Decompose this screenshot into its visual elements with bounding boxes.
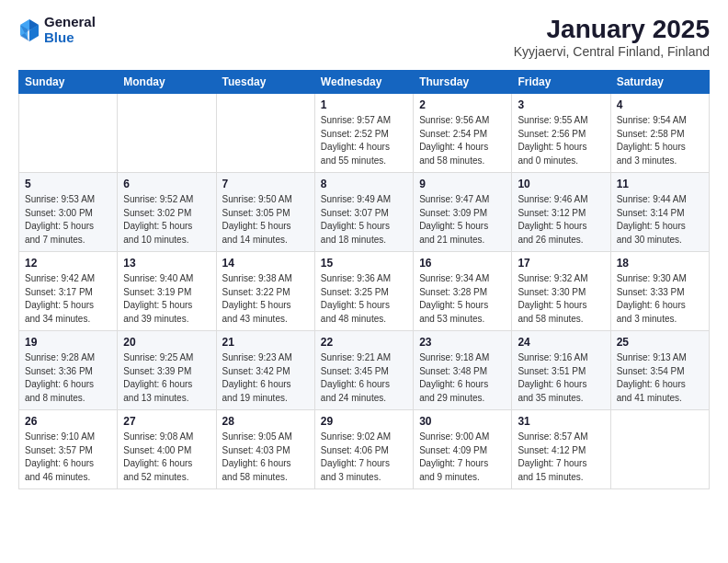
day-number: 26: [25, 415, 111, 428]
day-info: Sunrise: 9:25 AM Sunset: 3:39 PM Dayligh…: [123, 351, 210, 405]
day-info: Sunrise: 9:57 AM Sunset: 2:52 PM Dayligh…: [321, 114, 407, 167]
day-number: 25: [617, 336, 703, 349]
calendar-cell: 7Sunrise: 9:50 AM Sunset: 3:05 PM Daylig…: [216, 173, 314, 252]
day-number: 21: [222, 336, 309, 349]
day-info: Sunrise: 9:40 AM Sunset: 3:19 PM Dayligh…: [123, 272, 210, 326]
calendar-cell: 26Sunrise: 9:10 AM Sunset: 3:57 PM Dayli…: [19, 410, 118, 489]
calendar-cell: 9Sunrise: 9:47 AM Sunset: 3:09 PM Daylig…: [414, 173, 512, 252]
day-number: 11: [617, 178, 703, 190]
weekday-header-thursday: Thursday: [414, 71, 512, 94]
logo-general-text: General: [44, 15, 96, 30]
day-number: 23: [419, 336, 506, 349]
day-number: 30: [419, 415, 506, 428]
day-number: 8: [321, 178, 407, 190]
day-number: 31: [518, 415, 604, 428]
day-number: 10: [518, 178, 604, 190]
day-info: Sunrise: 9:50 AM Sunset: 3:05 PM Dayligh…: [222, 193, 309, 247]
day-number: 20: [123, 336, 210, 349]
day-number: 17: [518, 257, 604, 270]
day-info: Sunrise: 9:13 AM Sunset: 3:54 PM Dayligh…: [617, 351, 703, 405]
calendar-cell: 31Sunrise: 8:57 AM Sunset: 4:12 PM Dayli…: [512, 410, 610, 489]
calendar-cell: 16Sunrise: 9:34 AM Sunset: 3:28 PM Dayli…: [414, 252, 512, 331]
week-row-4: 19Sunrise: 9:28 AM Sunset: 3:36 PM Dayli…: [19, 331, 710, 410]
day-info: Sunrise: 9:53 AM Sunset: 3:00 PM Dayligh…: [25, 193, 111, 247]
calendar-cell: 6Sunrise: 9:52 AM Sunset: 3:02 PM Daylig…: [118, 173, 216, 252]
calendar-cell: 3Sunrise: 9:55 AM Sunset: 2:56 PM Daylig…: [512, 94, 610, 173]
calendar-table: SundayMondayTuesdayWednesdayThursdayFrid…: [18, 70, 710, 489]
calendar-cell: 5Sunrise: 9:53 AM Sunset: 3:00 PM Daylig…: [19, 173, 118, 252]
day-info: Sunrise: 9:46 AM Sunset: 3:12 PM Dayligh…: [518, 193, 604, 247]
day-info: Sunrise: 9:47 AM Sunset: 3:09 PM Dayligh…: [419, 193, 506, 247]
day-info: Sunrise: 9:23 AM Sunset: 3:42 PM Dayligh…: [222, 351, 309, 405]
calendar-cell: [610, 410, 709, 489]
calendar-cell: 17Sunrise: 9:32 AM Sunset: 3:30 PM Dayli…: [512, 252, 610, 331]
calendar-cell: 10Sunrise: 9:46 AM Sunset: 3:12 PM Dayli…: [512, 173, 610, 252]
day-number: 12: [25, 257, 111, 270]
day-info: Sunrise: 9:55 AM Sunset: 2:56 PM Dayligh…: [518, 114, 604, 167]
calendar-cell: 4Sunrise: 9:54 AM Sunset: 2:58 PM Daylig…: [610, 94, 709, 173]
day-info: Sunrise: 9:30 AM Sunset: 3:33 PM Dayligh…: [617, 272, 703, 326]
day-info: Sunrise: 9:08 AM Sunset: 4:00 PM Dayligh…: [123, 431, 210, 484]
calendar-cell: 20Sunrise: 9:25 AM Sunset: 3:39 PM Dayli…: [118, 331, 216, 410]
calendar-cell: 28Sunrise: 9:05 AM Sunset: 4:03 PM Dayli…: [216, 410, 314, 489]
logo-blue-text: Blue: [44, 30, 96, 46]
weekday-header-monday: Monday: [118, 71, 216, 94]
day-info: Sunrise: 9:18 AM Sunset: 3:48 PM Dayligh…: [419, 351, 506, 405]
calendar-cell: 14Sunrise: 9:38 AM Sunset: 3:22 PM Dayli…: [216, 252, 314, 331]
calendar-cell: 19Sunrise: 9:28 AM Sunset: 3:36 PM Dayli…: [19, 331, 118, 410]
weekday-header-wednesday: Wednesday: [314, 71, 413, 94]
day-info: Sunrise: 9:05 AM Sunset: 4:03 PM Dayligh…: [222, 431, 309, 484]
day-info: Sunrise: 9:36 AM Sunset: 3:25 PM Dayligh…: [321, 272, 407, 326]
day-info: Sunrise: 9:52 AM Sunset: 3:02 PM Dayligh…: [123, 193, 210, 247]
calendar-cell: 27Sunrise: 9:08 AM Sunset: 4:00 PM Dayli…: [118, 410, 216, 489]
week-row-3: 12Sunrise: 9:42 AM Sunset: 3:17 PM Dayli…: [19, 252, 710, 331]
day-number: 9: [419, 178, 506, 190]
day-number: 22: [321, 336, 407, 349]
day-info: Sunrise: 9:32 AM Sunset: 3:30 PM Dayligh…: [518, 272, 604, 326]
calendar-cell: 8Sunrise: 9:49 AM Sunset: 3:07 PM Daylig…: [314, 173, 413, 252]
calendar-cell: 21Sunrise: 9:23 AM Sunset: 3:42 PM Dayli…: [216, 331, 314, 410]
calendar-cell: 24Sunrise: 9:16 AM Sunset: 3:51 PM Dayli…: [512, 331, 610, 410]
day-number: 15: [321, 257, 407, 270]
day-info: Sunrise: 9:49 AM Sunset: 3:07 PM Dayligh…: [321, 193, 407, 247]
day-number: 18: [617, 257, 703, 270]
day-number: 27: [123, 415, 210, 428]
calendar-cell: 22Sunrise: 9:21 AM Sunset: 3:45 PM Dayli…: [314, 331, 413, 410]
calendar-title: January 2025: [514, 15, 710, 44]
calendar-cell: 2Sunrise: 9:56 AM Sunset: 2:54 PM Daylig…: [414, 94, 512, 173]
day-number: 6: [123, 178, 210, 190]
calendar-cell: [118, 94, 216, 173]
calendar-cell: 11Sunrise: 9:44 AM Sunset: 3:14 PM Dayli…: [610, 173, 709, 252]
day-number: 28: [222, 415, 309, 428]
calendar-subtitle: Kyyjaervi, Central Finland, Finland: [514, 44, 710, 59]
weekday-header-row: SundayMondayTuesdayWednesdayThursdayFrid…: [19, 71, 710, 94]
logo: General Blue: [18, 15, 96, 45]
calendar-cell: 13Sunrise: 9:40 AM Sunset: 3:19 PM Dayli…: [118, 252, 216, 331]
weekday-header-tuesday: Tuesday: [216, 71, 314, 94]
day-info: Sunrise: 9:44 AM Sunset: 3:14 PM Dayligh…: [617, 193, 703, 247]
calendar-cell: 1Sunrise: 9:57 AM Sunset: 2:52 PM Daylig…: [314, 94, 413, 173]
day-number: 3: [518, 98, 604, 111]
day-info: Sunrise: 9:56 AM Sunset: 2:54 PM Dayligh…: [419, 114, 506, 167]
day-number: 19: [25, 336, 111, 349]
day-number: 16: [419, 257, 506, 270]
day-info: Sunrise: 9:16 AM Sunset: 3:51 PM Dayligh…: [518, 351, 604, 405]
calendar-cell: 23Sunrise: 9:18 AM Sunset: 3:48 PM Dayli…: [414, 331, 512, 410]
calendar-cell: 12Sunrise: 9:42 AM Sunset: 3:17 PM Dayli…: [19, 252, 118, 331]
day-info: Sunrise: 9:54 AM Sunset: 2:58 PM Dayligh…: [617, 114, 703, 167]
header: General Blue January 2025 Kyyjaervi, Cen…: [18, 15, 710, 59]
page: General Blue January 2025 Kyyjaervi, Cen…: [0, 0, 728, 508]
calendar-cell: 30Sunrise: 9:00 AM Sunset: 4:09 PM Dayli…: [414, 410, 512, 489]
week-row-1: 1Sunrise: 9:57 AM Sunset: 2:52 PM Daylig…: [19, 94, 710, 173]
calendar-cell: 25Sunrise: 9:13 AM Sunset: 3:54 PM Dayli…: [610, 331, 709, 410]
week-row-2: 5Sunrise: 9:53 AM Sunset: 3:00 PM Daylig…: [19, 173, 710, 252]
day-info: Sunrise: 8:57 AM Sunset: 4:12 PM Dayligh…: [518, 431, 604, 484]
calendar-cell: 15Sunrise: 9:36 AM Sunset: 3:25 PM Dayli…: [314, 252, 413, 331]
weekday-header-friday: Friday: [512, 71, 610, 94]
weekday-header-sunday: Sunday: [19, 71, 118, 94]
calendar-cell: 29Sunrise: 9:02 AM Sunset: 4:06 PM Dayli…: [314, 410, 413, 489]
day-number: 7: [222, 178, 309, 190]
day-info: Sunrise: 9:10 AM Sunset: 3:57 PM Dayligh…: [25, 431, 111, 484]
day-number: 5: [25, 178, 111, 190]
day-number: 29: [321, 415, 407, 428]
